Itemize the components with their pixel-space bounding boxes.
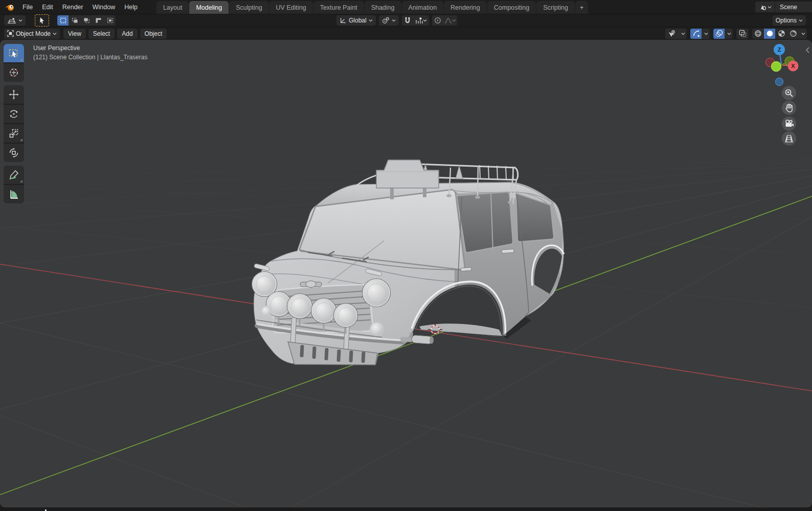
tab-animation[interactable]: Animation: [402, 1, 444, 14]
select-mode-intersect[interactable]: [104, 15, 116, 26]
transform-orientation-value: Global: [349, 17, 367, 24]
chevron-down-icon: [392, 19, 396, 22]
overlays-group: [713, 29, 733, 39]
shading-rendered[interactable]: [787, 29, 799, 39]
mode-dropdown[interactable]: Object Mode: [4, 29, 60, 39]
gizmo-axis-y-neg[interactable]: [772, 62, 781, 72]
3d-cursor: [427, 322, 443, 337]
overlays-dropdown[interactable]: [725, 29, 733, 39]
chevron-down-icon: [727, 32, 731, 35]
zoom-button[interactable]: [782, 86, 796, 100]
snap-increment-icon: [415, 17, 423, 24]
gizmos-dropdown[interactable]: [702, 29, 710, 39]
tool-rotate[interactable]: [4, 105, 24, 123]
gizmos-group: [690, 29, 710, 39]
snap-target-dropdown[interactable]: [414, 15, 429, 26]
camera-view-button[interactable]: [782, 117, 796, 131]
proportional-edit-toggle[interactable]: [432, 15, 443, 26]
shading-wireframe[interactable]: [752, 29, 763, 39]
proportional-edit-group: [432, 15, 457, 26]
tool-transform[interactable]: [4, 144, 24, 162]
scene-icon: [759, 4, 766, 11]
falloff-curve-icon: [444, 17, 452, 24]
material-sphere-icon: [778, 30, 785, 37]
menu-help[interactable]: Help: [120, 2, 142, 12]
orthographic-toggle-button[interactable]: [782, 131, 796, 146]
select-mode-subtract[interactable]: [81, 15, 92, 26]
door-handle-front: [461, 267, 471, 271]
blender-window: { "topbar": { "menus": ["File", "Edit", …: [0, 0, 812, 511]
select-mode-extend[interactable]: [69, 15, 80, 26]
gizmo-icon: [692, 30, 700, 37]
menu-edit[interactable]: Edit: [37, 2, 58, 12]
tab-shading[interactable]: Shading: [365, 1, 401, 14]
active-tool-indicator[interactable]: [35, 14, 49, 27]
tab-uv-editing[interactable]: UV Editing: [269, 1, 313, 14]
tool-settings-bar: Global: [0, 14, 812, 27]
tab-layout[interactable]: Layout: [156, 1, 189, 14]
shading-dropdown[interactable]: [799, 29, 807, 39]
tool-annotate[interactable]: [4, 166, 24, 184]
chevron-down-icon: [704, 32, 708, 35]
viewport-header-right: [665, 29, 808, 39]
select-mode-invert[interactable]: [93, 15, 104, 26]
zoom-icon: [784, 88, 794, 98]
rendered-sphere-icon: [790, 30, 797, 37]
shading-material-preview[interactable]: [776, 29, 787, 39]
gizmo-x-label: X: [791, 63, 795, 69]
subtool-indicator: [20, 58, 22, 61]
wireframe-sphere-icon: [754, 30, 762, 37]
pivot-point-dropdown[interactable]: [379, 15, 399, 26]
menu-file[interactable]: File: [18, 2, 37, 12]
menu-render[interactable]: Render: [58, 2, 88, 12]
xray-icon: [739, 30, 747, 37]
object-visibility-dropdown[interactable]: [665, 29, 687, 39]
chevron-down-icon: [423, 19, 427, 22]
shading-mode-group: [752, 29, 807, 39]
3d-viewport[interactable]: User Perspective (121) Scene Collection …: [0, 40, 812, 507]
scene-selector: Scene: [755, 2, 812, 12]
car-model[interactable]: [247, 156, 567, 366]
tool-cursor[interactable]: [4, 63, 24, 82]
add-workspace-button[interactable]: +: [575, 1, 588, 14]
snap-toggle[interactable]: [402, 15, 413, 26]
tool-move[interactable]: [4, 85, 24, 104]
chevron-down-icon: [768, 6, 772, 9]
transform-orientation-dropdown[interactable]: Global: [336, 15, 376, 26]
menu-window[interactable]: Window: [88, 2, 120, 12]
show-overlays-toggle[interactable]: [713, 29, 725, 39]
tool-measure[interactable]: [4, 185, 24, 203]
scene-browse-button[interactable]: [755, 2, 775, 12]
tool-select-box[interactable]: [4, 44, 24, 62]
gizmo-axis-z-neg[interactable]: [776, 78, 783, 86]
show-gizmos-toggle[interactable]: [690, 29, 702, 39]
proportional-falloff-dropdown[interactable]: [444, 15, 457, 26]
blender-logo-icon[interactable]: [4, 2, 16, 12]
xray-toggle[interactable]: [736, 29, 749, 39]
magnet-icon: [404, 17, 411, 24]
tab-rendering[interactable]: Rendering: [444, 1, 487, 14]
scene-name[interactable]: Scene: [775, 2, 812, 12]
tab-texture-paint[interactable]: Texture Paint: [313, 1, 364, 14]
editor-type-button[interactable]: [4, 15, 26, 26]
menu-view[interactable]: View: [63, 29, 86, 39]
menu-object[interactable]: Object: [140, 29, 167, 39]
tab-compositing[interactable]: Compositing: [487, 1, 536, 14]
tab-scripting[interactable]: Scripting: [536, 1, 575, 14]
menu-select[interactable]: Select: [88, 29, 115, 39]
shading-solid[interactable]: [764, 29, 775, 39]
pan-button[interactable]: [782, 101, 796, 115]
pivot-point-icon: [382, 17, 390, 24]
menu-add[interactable]: Add: [117, 29, 137, 39]
select-mode-set[interactable]: [57, 15, 69, 26]
snapping-group: [402, 15, 429, 26]
navigation-gizmo[interactable]: Z X: [760, 43, 803, 92]
tool-scale[interactable]: [4, 124, 24, 143]
tab-modeling[interactable]: Modeling: [189, 1, 229, 14]
tab-sculpting[interactable]: Sculpting: [229, 1, 268, 14]
options-dropdown[interactable]: Options: [773, 15, 806, 26]
object-mode-icon: [7, 30, 14, 37]
orientation-axes-icon: [340, 17, 347, 24]
select-mode-group: [57, 15, 116, 26]
sidebar-collapse-arrow[interactable]: [806, 47, 809, 53]
